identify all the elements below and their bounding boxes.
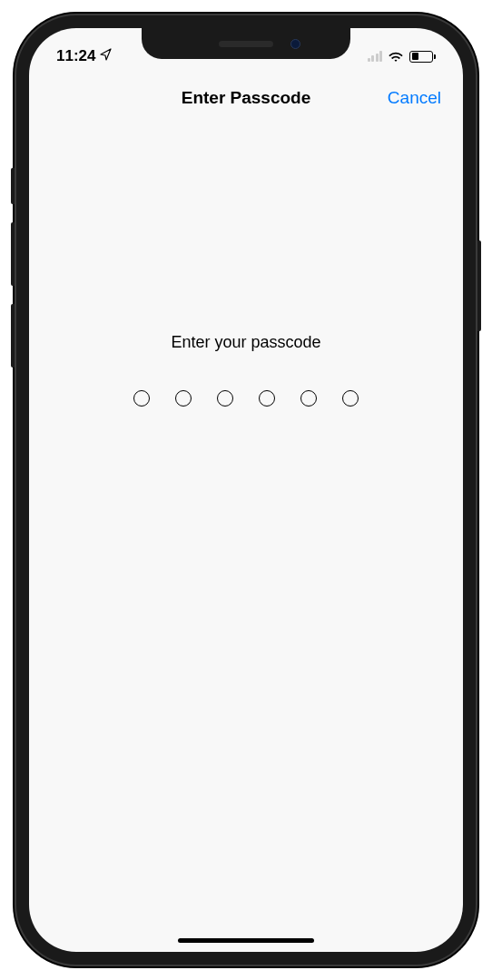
phone-frame: 11:24 xyxy=(15,14,477,966)
battery-icon xyxy=(409,51,436,63)
nav-title: Enter Passcode xyxy=(182,88,311,108)
notch xyxy=(142,28,350,59)
nav-bar: Enter Passcode Cancel xyxy=(29,72,463,124)
wifi-icon xyxy=(388,51,404,63)
passcode-dot xyxy=(175,390,192,407)
passcode-dot xyxy=(300,390,317,407)
cellular-signal-icon xyxy=(368,51,383,62)
content-area: Enter your passcode xyxy=(29,124,463,407)
speaker xyxy=(219,41,273,47)
passcode-dots[interactable] xyxy=(133,390,359,407)
location-icon xyxy=(100,47,113,65)
status-right xyxy=(368,51,437,63)
screen: 11:24 xyxy=(29,28,463,952)
status-time: 11:24 xyxy=(56,47,95,65)
home-indicator[interactable] xyxy=(178,938,314,943)
front-camera xyxy=(290,39,300,49)
passcode-prompt: Enter your passcode xyxy=(171,333,320,352)
passcode-dot xyxy=(259,390,275,407)
cancel-button[interactable]: Cancel xyxy=(388,88,441,108)
passcode-dot xyxy=(133,390,150,407)
status-left: 11:24 xyxy=(56,47,113,65)
passcode-dot xyxy=(342,390,359,407)
passcode-dot xyxy=(217,390,233,407)
side-button xyxy=(477,240,481,331)
